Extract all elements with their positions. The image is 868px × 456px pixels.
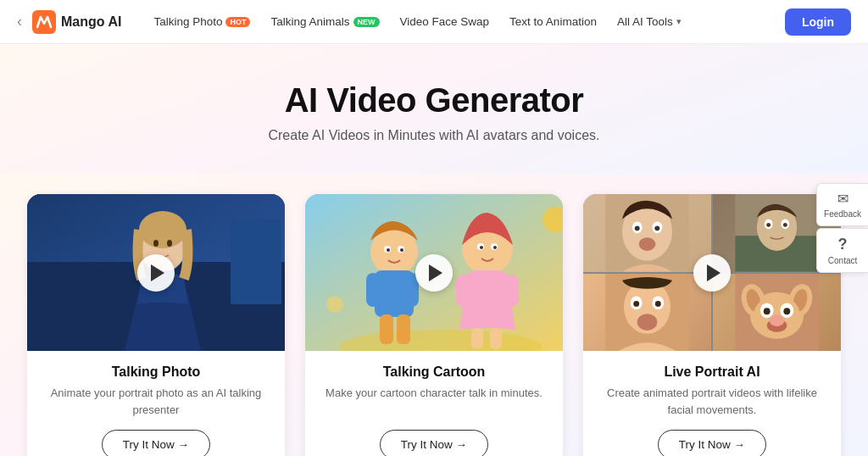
- svg-rect-25: [490, 328, 502, 349]
- nav-link-video-face-swap[interactable]: Video Face Swap: [392, 10, 498, 33]
- hero-subtitle: Create AI Videos in Minutes with AI avat…: [17, 128, 851, 143]
- card-desc-talking-photo: Animate your portrait photo as an AI tal…: [44, 385, 268, 418]
- talking-animals-label: Talking Animals: [270, 15, 349, 28]
- card-live-portrait: Live Portrait AI Create animated portrai…: [583, 194, 841, 456]
- talking-photo-label: Talking Photo: [153, 15, 222, 28]
- contact-icon: ?: [838, 236, 848, 253]
- video-face-swap-label: Video Face Swap: [400, 15, 490, 28]
- logo-icon: [32, 10, 56, 34]
- svg-point-51: [655, 300, 661, 306]
- svg-rect-22: [456, 275, 471, 307]
- cta-live-portrait[interactable]: Try It Now →: [658, 430, 766, 456]
- feedback-label: Feedback: [824, 209, 861, 219]
- nav-link-talking-animals[interactable]: Talking Animals NEW: [262, 10, 387, 33]
- svg-point-28: [480, 246, 483, 249]
- cta-talking-cartoon[interactable]: Try It Now →: [380, 430, 488, 456]
- face-man: [583, 274, 711, 352]
- svg-rect-23: [504, 275, 519, 307]
- svg-rect-24: [471, 328, 483, 349]
- card-talking-cartoon: Talking Cartoon Make your cartoon charac…: [305, 194, 563, 456]
- svg-rect-12: [366, 273, 380, 307]
- svg-point-45: [783, 223, 787, 227]
- svg-point-52: [637, 314, 658, 331]
- logo[interactable]: Mango AI: [32, 10, 121, 34]
- card-thumb-talking-photo: [27, 194, 285, 351]
- svg-point-5: [139, 211, 186, 248]
- dropdown-icon: ▾: [676, 16, 682, 27]
- play-button-live-portrait[interactable]: [693, 254, 731, 292]
- feedback-button[interactable]: ✉ Feedback: [816, 183, 868, 226]
- svg-point-29: [493, 246, 497, 249]
- thumb-cell-man: [583, 274, 711, 352]
- svg-point-63: [783, 308, 790, 314]
- svg-point-31: [326, 296, 343, 313]
- badge-hot: HOT: [225, 17, 250, 27]
- svg-point-7: [167, 240, 172, 247]
- card-thumb-live-portrait: [583, 194, 841, 351]
- face-corgi: [713, 274, 841, 352]
- contact-button[interactable]: ? Contact: [816, 228, 868, 273]
- card-body-live-portrait: Live Portrait AI Create animated portrai…: [583, 351, 841, 456]
- svg-point-44: [766, 223, 771, 227]
- svg-point-18: [387, 248, 390, 252]
- navbar: ‹ Mango AI Talking Photo HOT Talking Ani…: [0, 0, 868, 44]
- card-body-talking-photo: Talking Photo Animate your portrait phot…: [27, 351, 285, 456]
- thumb-cell-corgi: [713, 274, 841, 352]
- svg-point-36: [635, 225, 640, 231]
- cards-section: Talking Photo Animate your portrait phot…: [0, 174, 868, 456]
- logo-text: Mango AI: [61, 14, 121, 30]
- text-to-animation-label: Text to Animation: [509, 15, 597, 28]
- feedback-icon: ✉: [837, 191, 849, 207]
- svg-rect-21: [471, 270, 504, 287]
- cards-row: Talking Photo Animate your portrait phot…: [27, 194, 841, 456]
- login-button[interactable]: Login: [785, 8, 851, 36]
- svg-point-19: [400, 248, 403, 252]
- card-thumb-talking-cartoon: [305, 194, 563, 351]
- svg-rect-14: [380, 314, 393, 344]
- face-woman: [583, 194, 711, 272]
- svg-point-62: [764, 308, 771, 314]
- play-button-talking-photo[interactable]: [137, 254, 175, 292]
- nav-links: Talking Photo HOT Talking Animals NEW Vi…: [145, 10, 784, 33]
- card-body-talking-cartoon: Talking Cartoon Make your cartoon charac…: [305, 351, 563, 456]
- hero-title: AI Video Generator: [17, 81, 851, 120]
- contact-label: Contact: [828, 256, 857, 265]
- hero-section: AI Video Generator Create AI Videos in M…: [0, 44, 868, 174]
- nav-link-talking-photo[interactable]: Talking Photo HOT: [145, 10, 259, 33]
- play-button-talking-cartoon[interactable]: [415, 254, 453, 292]
- all-ai-tools-label: All AI Tools: [617, 15, 673, 28]
- svg-rect-15: [397, 314, 410, 344]
- card-title-live-portrait: Live Portrait AI: [664, 364, 760, 380]
- back-button[interactable]: ‹: [17, 13, 22, 31]
- svg-point-37: [654, 225, 659, 231]
- thumb-cell-woman: [583, 194, 711, 272]
- side-actions: ✉ Feedback ? Contact: [816, 183, 868, 273]
- svg-point-65: [770, 314, 785, 326]
- svg-point-38: [639, 237, 656, 251]
- card-talking-photo: Talking Photo Animate your portrait phot…: [27, 194, 285, 456]
- svg-point-6: [153, 240, 159, 247]
- card-title-talking-photo: Talking Photo: [112, 364, 201, 380]
- badge-new: NEW: [353, 17, 380, 27]
- nav-link-all-ai-tools[interactable]: All AI Tools ▾: [609, 10, 690, 33]
- card-desc-talking-cartoon: Make your cartoon character talk in minu…: [326, 385, 542, 418]
- card-title-talking-cartoon: Talking Cartoon: [383, 364, 486, 380]
- cta-talking-photo[interactable]: Try It Now →: [102, 430, 210, 456]
- card-desc-live-portrait: Create animated portrait videos with lif…: [600, 385, 824, 418]
- svg-point-50: [633, 300, 639, 306]
- svg-rect-3: [231, 220, 281, 304]
- nav-link-text-to-animation[interactable]: Text to Animation: [501, 10, 605, 33]
